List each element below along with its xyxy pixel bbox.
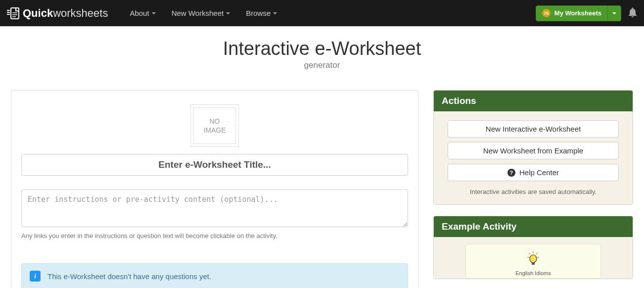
- nav-about-label: About: [130, 9, 149, 17]
- lightbulb-icon: [471, 251, 596, 268]
- notifications-bell[interactable]: [628, 7, 637, 19]
- links-hint-text: Any links you enter in the instructions …: [21, 232, 408, 240]
- example-card-title: English Idioms: [471, 270, 596, 276]
- page-title: Interactive e-Worksheet: [0, 38, 644, 59]
- instructions-input[interactable]: [21, 190, 408, 227]
- help-center-button[interactable]: ? Help Center: [448, 164, 619, 181]
- chevron-down-icon: [226, 12, 230, 14]
- svg-line-8: [529, 253, 530, 254]
- action-label: Help Center: [519, 168, 559, 177]
- svg-line-9: [536, 253, 538, 254]
- chevron-down-icon: [612, 12, 616, 14]
- svg-rect-6: [12, 16, 16, 17]
- no-questions-alert: i This e-Worksheet doesn't have any ques…: [21, 263, 408, 288]
- svg-rect-4: [12, 12, 17, 13]
- new-from-example-button[interactable]: New Worksheet from Example: [448, 142, 619, 159]
- nav-new-worksheet[interactable]: New Worksheet: [165, 1, 237, 25]
- worksheet-editor-card: NO IMAGE Any links you enter in the inst…: [11, 90, 418, 288]
- action-label: New Interactive e-Worksheet: [486, 125, 581, 133]
- nav-about[interactable]: About: [123, 1, 162, 25]
- brand-logo[interactable]: Quickworksheets: [7, 7, 108, 20]
- new-interactive-worksheet-button[interactable]: New Interactive e-Worksheet: [448, 120, 619, 138]
- svg-rect-5: [12, 14, 17, 15]
- nav-links: About New Worksheet Browse: [123, 1, 284, 25]
- my-worksheets-dropdown[interactable]: [607, 6, 621, 21]
- svg-rect-1: [7, 12, 10, 13]
- image-upload-box[interactable]: NO IMAGE: [190, 104, 239, 147]
- svg-rect-3: [11, 8, 19, 19]
- action-label: New Worksheet from Example: [483, 146, 583, 155]
- example-activity-card[interactable]: English Idioms: [465, 244, 601, 279]
- my-worksheets-main[interactable]: 75 My Worksheets: [536, 6, 607, 21]
- no-image-placeholder: NO IMAGE: [193, 107, 236, 144]
- svg-rect-2: [7, 14, 10, 15]
- svg-rect-0: [7, 10, 10, 11]
- my-worksheets-label: My Worksheets: [554, 9, 601, 17]
- nav-browse-label: Browse: [246, 9, 271, 17]
- brand-light: worksheets: [53, 7, 108, 19]
- nav-browse[interactable]: Browse: [239, 1, 284, 25]
- worksheets-icon: [7, 7, 20, 19]
- actions-panel: Actions New Interactive e-Worksheet New …: [433, 90, 633, 205]
- my-worksheets-button[interactable]: 75 My Worksheets: [536, 5, 621, 21]
- example-header: Example Activity: [434, 216, 633, 237]
- info-icon: i: [30, 271, 41, 282]
- nav-new-worksheet-label: New Worksheet: [172, 9, 224, 17]
- svg-rect-13: [532, 262, 535, 265]
- autosave-note: Interactive activities are saved automat…: [448, 188, 619, 195]
- page-subtitle: generator: [0, 60, 644, 70]
- chevron-down-icon: [273, 12, 277, 14]
- help-icon: ?: [507, 169, 515, 177]
- svg-point-12: [530, 255, 537, 263]
- example-activity-panel: Example Activity Engl: [433, 216, 633, 279]
- brand-bold: Quick: [23, 7, 53, 19]
- worksheet-title-input[interactable]: [21, 154, 408, 176]
- alert-text: This e-Worksheet doesn't have any questi…: [47, 272, 211, 281]
- bell-icon: [628, 7, 637, 17]
- worksheet-count-badge: 75: [542, 9, 551, 17]
- chevron-down-icon: [152, 12, 156, 14]
- actions-header: Actions: [434, 91, 633, 111]
- top-navbar: Quickworksheets About New Worksheet Brow…: [0, 0, 644, 26]
- page-header: Interactive e-Worksheet generator: [0, 26, 644, 90]
